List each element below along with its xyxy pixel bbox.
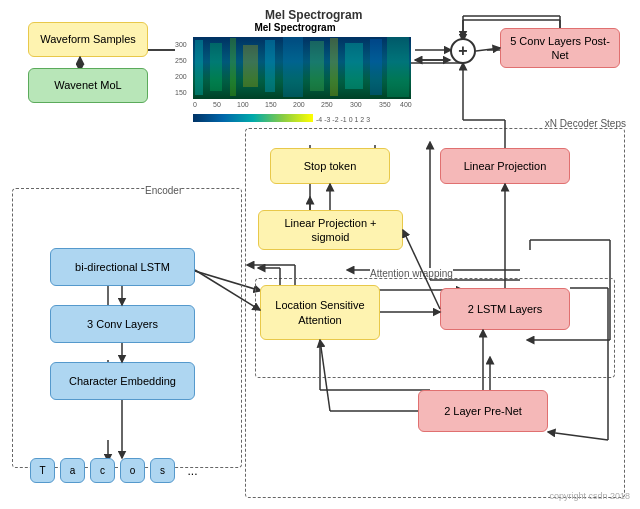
svg-rect-39	[265, 40, 275, 92]
colorbar-label: -4 -3 -2 -1 0 1 2 3	[316, 116, 370, 123]
spectrogram-svg: 300 250 200 150 0 50 100 150 200	[175, 35, 415, 110]
svg-text:250: 250	[175, 57, 187, 64]
svg-rect-36	[210, 43, 222, 91]
linear-proj-sigmoid-box: Linear Projection + sigmoid	[258, 210, 403, 250]
svg-rect-55	[193, 114, 313, 122]
svg-rect-45	[387, 37, 409, 97]
char-s: s	[150, 458, 175, 483]
bidirectional-lstm-box: bi-directional LSTM	[50, 248, 195, 286]
svg-rect-43	[345, 43, 363, 89]
char-c: c	[90, 458, 115, 483]
mel-spectrogram-title: Mel Spectrogram	[265, 8, 362, 22]
spectrogram-title: Mel Spectrogram	[175, 22, 415, 33]
svg-rect-37	[230, 38, 236, 96]
svg-text:250: 250	[321, 101, 333, 108]
watermark: copyright csdn 2018	[549, 491, 630, 501]
waveform-samples-box: Waveform Samples	[28, 22, 148, 57]
svg-rect-40	[283, 37, 303, 97]
conv-layers-3-box: 3 Conv Layers	[50, 305, 195, 343]
svg-text:150: 150	[265, 101, 277, 108]
svg-text:150: 150	[175, 89, 187, 96]
conv-layers-postnet-box: 5 Conv Layers Post-Net	[500, 28, 620, 68]
svg-line-59	[476, 48, 500, 51]
svg-text:300: 300	[175, 41, 187, 48]
svg-rect-38	[243, 45, 258, 87]
linear-projection-box: Linear Projection	[440, 148, 570, 184]
svg-rect-35	[195, 40, 203, 95]
svg-text:50: 50	[213, 101, 221, 108]
diagram-container: Mel Spectrogram Mel Spectrogram 300 250 …	[0, 0, 640, 509]
svg-rect-44	[370, 39, 382, 95]
character-embedding-box: Character Embedding	[50, 362, 195, 400]
svg-rect-42	[330, 38, 338, 96]
svg-text:350: 350	[379, 101, 391, 108]
svg-text:200: 200	[175, 73, 187, 80]
wavenet-mol-box: Wavenet MoL	[28, 68, 148, 103]
char-ellipsis: ...	[180, 458, 205, 483]
stop-token-box: Stop token	[270, 148, 390, 184]
char-inputs-row: T a c o s ...	[30, 458, 205, 483]
svg-text:300: 300	[350, 101, 362, 108]
spectrogram-area: Mel Spectrogram 300 250 200 150 0	[175, 22, 415, 107]
encoder-label: Encoder	[145, 185, 182, 196]
plus-circle: +	[450, 38, 476, 64]
colorbar: -4 -3 -2 -1 0 1 2 3	[193, 114, 415, 124]
char-T: T	[30, 458, 55, 483]
location-sensitive-box: Location Sensitive Attention	[260, 285, 380, 340]
char-a: a	[60, 458, 85, 483]
svg-text:200: 200	[293, 101, 305, 108]
svg-text:100: 100	[237, 101, 249, 108]
svg-rect-41	[310, 41, 324, 91]
pre-net-box: 2 Layer Pre-Net	[418, 390, 548, 432]
lstm-layers-box: 2 LSTM Layers	[440, 288, 570, 330]
svg-text:400: 400	[400, 101, 412, 108]
svg-text:0: 0	[193, 101, 197, 108]
char-o: o	[120, 458, 145, 483]
